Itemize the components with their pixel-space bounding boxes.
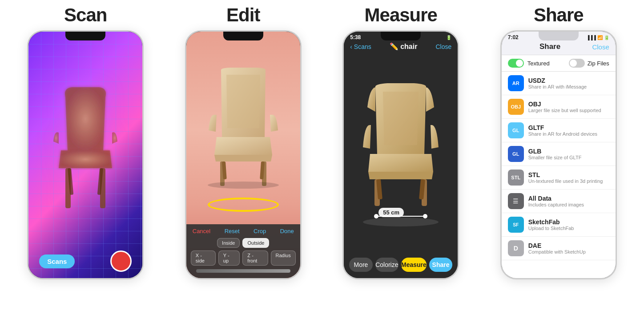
- phone-edit: Cancel Reset Crop Done Inside Outside X …: [185, 30, 302, 279]
- obj-icon: OBJ: [508, 99, 524, 115]
- measure-button[interactable]: Measure: [401, 258, 427, 272]
- colorize-button[interactable]: Colorize: [375, 258, 398, 272]
- scan-bottom-bar: Scans: [28, 250, 142, 272]
- list-item[interactable]: GL GLTF Share in AR for Android devices: [502, 119, 616, 142]
- phone-scan: Scans: [27, 30, 144, 279]
- back-arrow-icon: [350, 43, 354, 50]
- textured-label: Textured: [527, 60, 550, 67]
- scan-title: Scan: [64, 4, 107, 26]
- y-up-btn[interactable]: Y - up: [218, 250, 240, 266]
- share-status-icons: ▐▐▐ 📶 🔋: [586, 35, 609, 40]
- sketchfab-desc: Upload to SketchFab: [528, 226, 574, 231]
- share-close-button[interactable]: Close: [592, 43, 609, 51]
- usdz-desc: Share in AR with iMessage: [528, 84, 587, 89]
- stl-desc: Un-textured file used in 3d printing: [528, 178, 603, 184]
- measure-object-name: ✏️ chair: [390, 42, 418, 51]
- notch-share: [539, 32, 579, 40]
- zip-files-toggle[interactable]: [569, 59, 585, 68]
- panel-scan: Scan: [9, 4, 162, 311]
- alldata-name: All Data: [528, 195, 584, 202]
- share-toggle-row: Textured Zip Files: [502, 55, 616, 72]
- zip-label: Zip Files: [588, 60, 609, 67]
- wifi-icon: 📶: [597, 35, 603, 40]
- list-item[interactable]: AR USDZ Share in AR with iMessage: [502, 72, 616, 95]
- list-item[interactable]: GL GLB Smaller file size of GLTF: [502, 142, 616, 166]
- record-button[interactable]: [110, 250, 132, 272]
- edit-chair-visual: [199, 66, 288, 190]
- measure-chair-visual: [354, 81, 447, 227]
- stl-name: STL: [528, 171, 603, 178]
- share-background: 7:02 ▐▐▐ 📶 🔋 Share Close Textured: [502, 32, 616, 278]
- measure-chair-area: 55 cm: [344, 53, 458, 254]
- gltf-name: GLTF: [528, 124, 597, 131]
- usdz-icon: AR: [508, 75, 524, 91]
- dae-name: DAE: [528, 242, 586, 249]
- svg-point-9: [363, 218, 439, 226]
- measure-point-right: [423, 214, 427, 218]
- dae-text: DAE Compatible with SketchUp: [528, 242, 586, 254]
- gltf-text: GLTF Share in AR for Android devices: [528, 124, 597, 137]
- edit-toolbar: Cancel Reset Crop Done: [191, 228, 296, 238]
- list-item[interactable]: STL STL Un-textured file used in 3d prin…: [502, 166, 616, 190]
- share-format-list: AR USDZ Share in AR with iMessage OBJ OB…: [502, 72, 616, 278]
- measure-point-left: [374, 214, 378, 218]
- crop-ring: [208, 198, 279, 212]
- scan-background: Scans: [28, 32, 142, 278]
- glb-text: GLB Smaller file size of GLTF: [528, 148, 582, 160]
- share-title: Share: [534, 4, 584, 26]
- reset-button[interactable]: Reset: [225, 228, 240, 234]
- notch-edit: [223, 32, 263, 40]
- scans-button[interactable]: Scans: [39, 254, 75, 268]
- measure-bottom-bar: More Colorize Measure Share: [344, 254, 458, 278]
- glb-name: GLB: [528, 148, 582, 155]
- z-front-btn[interactable]: Z - front: [242, 250, 268, 266]
- chair-scan-visual: [41, 79, 130, 230]
- cancel-button[interactable]: Cancel: [193, 228, 210, 234]
- obj-name: OBJ: [528, 101, 601, 108]
- list-item[interactable]: D DAE Compatible with SketchUp: [502, 237, 616, 260]
- close-nav-button[interactable]: Close: [435, 43, 451, 50]
- glb-icon: GL: [508, 146, 524, 162]
- stl-text: STL Un-textured file used in 3d printing: [528, 171, 603, 184]
- share-button[interactable]: Share: [429, 258, 452, 272]
- phone-measure: 5:38 🔋 Scans ✏️ chair Close: [342, 30, 459, 279]
- share-time: 7:02: [508, 34, 519, 40]
- radius-btn[interactable]: Radius: [271, 250, 296, 266]
- panel-measure: Measure 5:38 🔋 Scans ✏️ chair C: [324, 4, 478, 311]
- edit-background: Cancel Reset Crop Done Inside Outside X …: [186, 32, 300, 278]
- sketchfab-text: SketchFab Upload to SketchFab: [528, 218, 574, 231]
- list-item[interactable]: OBJ OBJ Larger file size but well suppor…: [502, 95, 616, 119]
- list-item[interactable]: SF SketchFab Upload to SketchFab: [502, 213, 616, 237]
- done-button[interactable]: Done: [280, 228, 294, 234]
- battery-share-icon: 🔋: [604, 35, 609, 40]
- edit-title: Edit: [226, 4, 260, 26]
- measure-nav: Scans ✏️ chair Close: [344, 40, 458, 53]
- inside-outside-group: Inside Outside: [191, 238, 296, 248]
- edit-controls: Cancel Reset Crop Done Inside Outside X …: [186, 224, 300, 278]
- x-side-btn[interactable]: X - side: [191, 250, 216, 266]
- gltf-icon: GL: [508, 122, 524, 138]
- gltf-desc: Share in AR for Android devices: [528, 131, 597, 137]
- inside-btn[interactable]: Inside: [217, 238, 240, 248]
- edit-slider[interactable]: [196, 269, 290, 273]
- battery-icon: 🔋: [446, 35, 451, 40]
- usdz-name: USDZ: [528, 77, 587, 84]
- edit-chair-area: [186, 32, 300, 224]
- usdz-text: USDZ Share in AR with iMessage: [528, 77, 587, 89]
- measure-background: 5:38 🔋 Scans ✏️ chair Close: [344, 32, 458, 278]
- textured-toggle[interactable]: [508, 59, 524, 68]
- outside-btn[interactable]: Outside: [242, 238, 269, 248]
- axis-group: X - side Y - up Z - front Radius: [191, 250, 296, 266]
- notch-scan: [65, 32, 105, 40]
- measure-label: 55 cm: [378, 208, 404, 217]
- list-item[interactable]: ☰ All Data Includes captured images: [502, 190, 616, 213]
- measure-time: 5:38: [350, 34, 361, 40]
- alldata-desc: Includes captured images: [528, 202, 584, 207]
- sketchfab-name: SketchFab: [528, 218, 574, 226]
- crop-button[interactable]: Crop: [254, 228, 266, 234]
- more-button[interactable]: More: [349, 258, 372, 272]
- back-button[interactable]: Scans: [350, 43, 371, 50]
- panel-share: Share 7:02 ▐▐▐ 📶 🔋 Share Close: [482, 4, 636, 311]
- signal-icon: ▐▐▐: [586, 35, 596, 40]
- measure-title: Measure: [365, 4, 437, 26]
